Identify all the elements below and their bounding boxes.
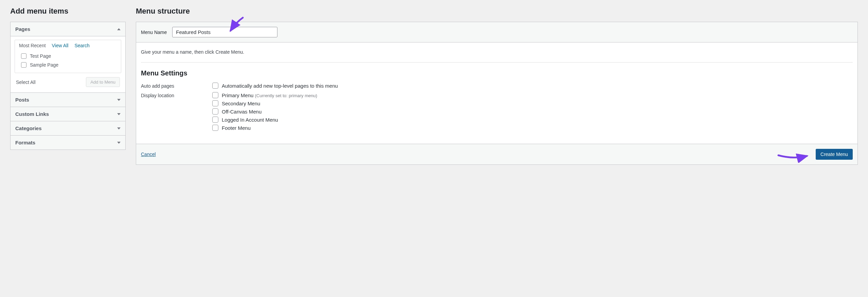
menu-name-input[interactable] — [172, 27, 277, 37]
auto-add-option-label: Automatically add new top-level pages to… — [222, 83, 338, 89]
add-menu-items-heading: Add menu items — [10, 7, 126, 16]
location-checkbox[interactable] — [212, 92, 218, 98]
create-menu-button[interactable]: Create Menu — [816, 149, 853, 160]
auto-add-option[interactable]: Automatically add new top-level pages to… — [212, 83, 338, 89]
acc-categories-head[interactable]: Categories — [11, 121, 125, 135]
acc-categories-label: Categories — [15, 125, 42, 131]
tab-most-recent[interactable]: Most Recent — [19, 43, 46, 48]
location-checkbox[interactable] — [212, 108, 218, 115]
acc-custom-links-label: Custom Links — [15, 111, 49, 117]
acc-posts-label: Posts — [15, 97, 29, 103]
location-checkbox[interactable] — [212, 100, 218, 106]
location-option[interactable]: Off-Canvas Menu — [212, 108, 317, 115]
acc-pages-body: Most Recent View All Search Test Page Sa… — [11, 36, 125, 92]
location-hint: (Currently set to: primary menu) — [255, 93, 318, 98]
location-checkbox[interactable] — [212, 117, 218, 123]
location-option[interactable]: Secondary Menu — [212, 100, 317, 106]
location-option[interactable]: Logged In Account Menu — [212, 117, 317, 123]
auto-add-label: Auto add pages — [141, 83, 212, 89]
display-location-label: Display location — [141, 92, 212, 98]
auto-add-checkbox[interactable] — [212, 83, 218, 89]
select-all-link[interactable]: Select All — [16, 80, 36, 85]
display-location-options: Primary Menu (Currently set to: primary … — [212, 92, 317, 131]
page-item[interactable]: Test Page — [21, 52, 116, 60]
chevron-down-icon — [117, 113, 121, 115]
page-label: Test Page — [30, 53, 51, 59]
acc-posts-head[interactable]: Posts — [11, 92, 125, 107]
location-label: Footer Menu — [222, 125, 251, 131]
chevron-down-icon — [117, 127, 121, 129]
menu-name-label: Menu Name — [141, 30, 167, 35]
location-option[interactable]: Footer Menu — [212, 125, 317, 131]
accordion: Pages Most Recent View All Search Test P… — [10, 22, 126, 150]
chevron-down-icon — [117, 142, 121, 144]
menu-structure-heading: Menu structure — [136, 7, 858, 16]
menu-settings-heading: Menu Settings — [141, 69, 853, 77]
page-checkbox[interactable] — [21, 62, 26, 68]
tab-search[interactable]: Search — [74, 43, 89, 48]
acc-pages-head[interactable]: Pages — [11, 22, 125, 36]
tab-view-all[interactable]: View All — [52, 43, 69, 48]
location-checkbox[interactable] — [212, 125, 218, 131]
acc-custom-links-head[interactable]: Custom Links — [11, 107, 125, 121]
page-checkbox[interactable] — [21, 53, 26, 59]
location-label: Secondary Menu — [222, 101, 260, 106]
acc-pages-label: Pages — [15, 26, 30, 32]
acc-formats-label: Formats — [15, 140, 35, 145]
help-text: Give your menu a name, then click Create… — [141, 49, 853, 55]
location-label: Logged In Account Menu — [222, 117, 278, 123]
add-to-menu-button: Add to Menu — [86, 77, 120, 87]
location-label: Primary Menu — [222, 92, 253, 98]
acc-formats-head[interactable]: Formats — [11, 135, 125, 150]
chevron-up-icon — [117, 28, 121, 30]
divider — [141, 62, 853, 63]
location-option[interactable]: Primary Menu (Currently set to: primary … — [212, 92, 317, 98]
page-label: Sample Page — [30, 62, 58, 68]
page-item[interactable]: Sample Page — [21, 60, 116, 69]
chevron-down-icon — [117, 99, 121, 101]
location-label: Off-Canvas Menu — [222, 109, 261, 115]
cancel-link[interactable]: Cancel — [141, 152, 156, 157]
